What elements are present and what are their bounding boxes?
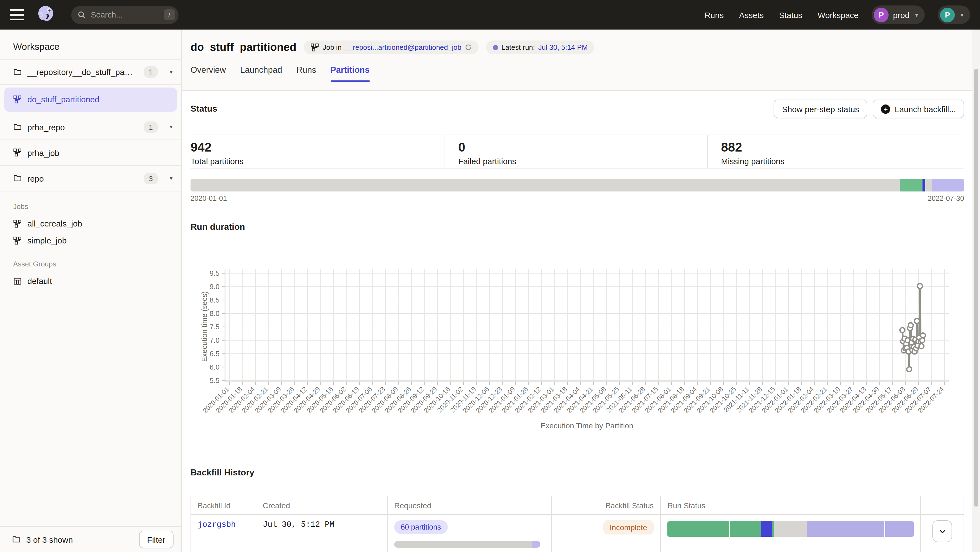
chevron-down-icon: ▼ (914, 12, 919, 18)
repos-shown-count: 3 of 3 shown (26, 535, 73, 544)
search-input[interactable]: Search... / (71, 6, 178, 24)
job-origin-link[interactable]: __reposi...artitioned@partitioned_job (345, 43, 461, 51)
backfill-status-badge: Incomplete (603, 520, 654, 535)
sidebar-title: Workspace (0, 30, 181, 59)
scrollbar-thumb[interactable] (974, 69, 978, 507)
top-nav-links: RunsAssetsStatusWorkspace (705, 10, 859, 19)
svg-text:6.0: 6.0 (210, 363, 220, 371)
bar-segment (923, 179, 926, 192)
chevron-down-icon: ▼ (959, 12, 965, 18)
stat-value: 942 (191, 140, 445, 154)
sidebar-job-label: simple_job (27, 236, 67, 245)
requested-cell: 60 partitions2020-01-012022-07-30 (388, 515, 552, 552)
run-duration-chart: 9.59.08.58.07.57.06.56.05.52020-01-01202… (191, 233, 964, 439)
requested-range-end: 2022-07-30 (499, 551, 540, 552)
folder-icon (13, 68, 22, 76)
bar-segment (774, 521, 807, 537)
bar-segment (761, 521, 772, 537)
sidebar-item--repository-do-stuff-partitio-[interactable]: __repository__do_stuff_partitio...1▼ (0, 59, 181, 85)
sidebar-item-do-stuff-partitioned[interactable]: do_stuff_partitioned (0, 85, 181, 114)
chevron-down-icon[interactable]: ▼ (169, 69, 173, 75)
job-origin-badge: Job in __reposi...artitioned@partitioned… (304, 40, 479, 54)
sidebar-item-prha-job[interactable]: prha_job (0, 140, 181, 166)
asset-groups-section-label: Asset Groups (0, 249, 181, 273)
backfill-table: Backfill IdCreatedRequestedBackfill Stat… (191, 496, 964, 552)
tab-runs[interactable]: Runs (296, 65, 316, 82)
run-duration-heading: Run duration (191, 222, 964, 232)
backfill-id-cell: jozrgsbh (191, 515, 256, 552)
user-menu[interactable]: P ▼ (938, 5, 970, 24)
filter-button[interactable]: Filter (139, 531, 173, 548)
repo-count-badge: 1 (144, 66, 158, 78)
column-header-run-status: Run Status (661, 496, 921, 514)
job-list: all_cereals_jobsimple_job (0, 215, 181, 249)
top-nav-link-workspace[interactable]: Workspace (818, 10, 859, 19)
backfill-table-row: jozrgsbhJul 30, 5:12 PM60 partitions2020… (191, 515, 964, 552)
tab-partitions[interactable]: Partitions (331, 65, 369, 82)
sidebar-item-label: do_stuff_partitioned (27, 95, 99, 104)
top-nav-link-assets[interactable]: Assets (739, 10, 764, 19)
sidebar-job-all_cereals_job[interactable]: all_cereals_job (0, 215, 181, 232)
job-origin-prefix: Job in (323, 43, 342, 51)
expand-row-button[interactable] (932, 520, 952, 542)
show-per-step-status-button[interactable]: Show per-step status (774, 100, 867, 118)
run-status-dot (492, 44, 498, 50)
partition-range-bar[interactable] (191, 179, 964, 192)
stat-label: Missing partitions (721, 157, 964, 166)
sidebar-job-simple_job[interactable]: simple_job (0, 232, 181, 249)
latest-run-badge: Latest run: Jul 30, 5:14 PM (486, 40, 594, 54)
svg-text:9.0: 9.0 (210, 282, 220, 291)
top-nav-link-runs[interactable]: Runs (705, 10, 724, 19)
svg-text:9.5: 9.5 (210, 269, 220, 278)
asset-group-list: default (0, 273, 181, 289)
tab-overview[interactable]: Overview (191, 65, 226, 82)
svg-text:5.5: 5.5 (210, 376, 220, 385)
job-header: do_stuff_partitioned Job in __reposi...a… (182, 30, 980, 91)
bar-segment (926, 179, 932, 192)
column-header-requested: Requested (388, 496, 552, 514)
tab-launchpad[interactable]: Launchpad (240, 65, 282, 82)
search-shortcut-key: / (164, 9, 175, 20)
column-header-actions (921, 496, 964, 514)
latest-run-link[interactable]: Jul 30, 5:14 PM (538, 43, 588, 51)
page-title: do_stuff_partitioned (191, 41, 296, 54)
dagster-logo-icon[interactable] (35, 5, 56, 25)
run-status-cell (661, 515, 921, 552)
chevron-down-icon[interactable]: ▼ (169, 124, 173, 130)
requested-partitions-badge[interactable]: 60 partitions (394, 520, 447, 534)
bar-segment (772, 521, 774, 537)
svg-text:7.5: 7.5 (210, 323, 220, 331)
sidebar-item-prha-repo[interactable]: prha_repo1▼ (0, 114, 181, 140)
job-tabs: OverviewLaunchpadRunsPartitions (191, 65, 964, 82)
asset-group-icon (13, 276, 22, 285)
stat-value: 882 (721, 140, 964, 154)
bar-segment (531, 541, 540, 547)
menu-icon[interactable] (10, 9, 24, 20)
sidebar-item-repo[interactable]: repo3▼ (0, 166, 181, 192)
deployment-switcher[interactable]: P prod ▼ (872, 5, 925, 24)
user-avatar: P (940, 7, 955, 22)
main-content: do_stuff_partitioned Job in __reposi...a… (182, 30, 980, 552)
run-status-bar[interactable] (667, 521, 914, 537)
top-nav-link-status[interactable]: Status (779, 10, 802, 19)
chevron-down-icon[interactable]: ▼ (169, 176, 173, 181)
reload-icon[interactable] (465, 44, 472, 51)
sidebar-asset-group-default[interactable]: default (0, 273, 181, 289)
bar-segment (394, 541, 531, 547)
range-start-label: 2020-01-01 (191, 194, 227, 202)
stat-failed-partitions: 0Failed partitions (445, 135, 707, 168)
stat-total-partitions: 942Total partitions (191, 135, 445, 168)
chevron-down-icon (939, 528, 946, 535)
bar-segment (932, 179, 964, 192)
backfill-id-link[interactable]: jozrgsbh (198, 520, 236, 529)
launch-backfill-button[interactable]: + Launch backfill... (873, 100, 964, 118)
partitions-panel: Status Show per-step status + Launch bac… (182, 91, 980, 552)
repo-list: __repository__do_stuff_partitio...1▼do_s… (0, 59, 181, 192)
created-value: Jul 30, 5:12 PM (263, 520, 334, 529)
sidebar-item-label: prha_job (27, 148, 59, 157)
bar-segment (191, 179, 900, 192)
stat-missing-partitions: 882Missing partitions (707, 135, 964, 168)
stat-label: Total partitions (191, 157, 445, 166)
deployment-label: prod (893, 10, 909, 19)
sidebar-asset-group-label: default (27, 276, 52, 286)
